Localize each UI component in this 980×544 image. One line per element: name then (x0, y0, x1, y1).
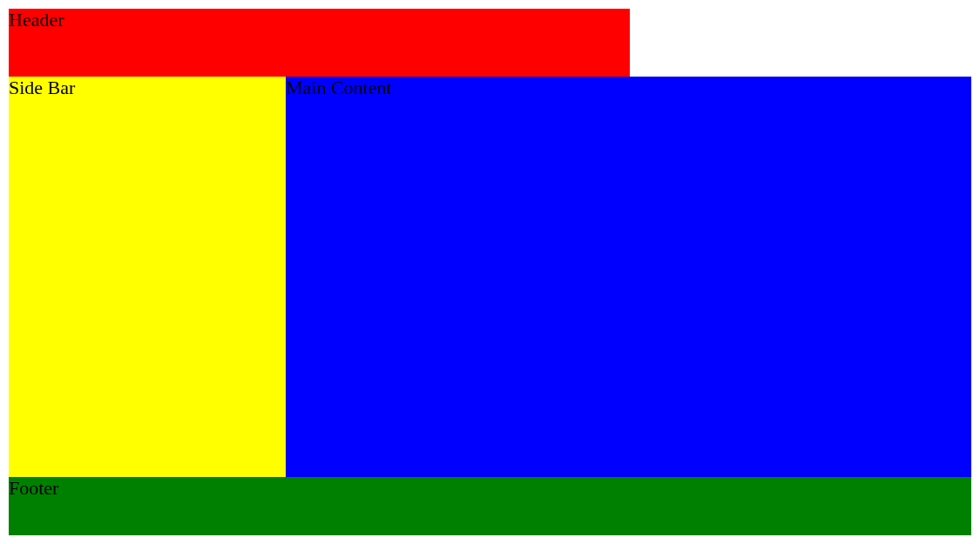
header-region: Header (9, 9, 630, 77)
main-content-region: Main Content (286, 77, 971, 477)
middle-region: Side Bar Main Content (9, 77, 971, 477)
sidebar-region: Side Bar (9, 77, 286, 477)
header-label: Header (9, 9, 64, 30)
main-content-label: Main Content (286, 77, 392, 98)
footer-label: Footer (9, 477, 58, 499)
sidebar-label: Side Bar (9, 77, 75, 98)
footer-region: Footer (9, 477, 971, 535)
page-layout: Header Side Bar Main Content Footer (9, 9, 971, 535)
